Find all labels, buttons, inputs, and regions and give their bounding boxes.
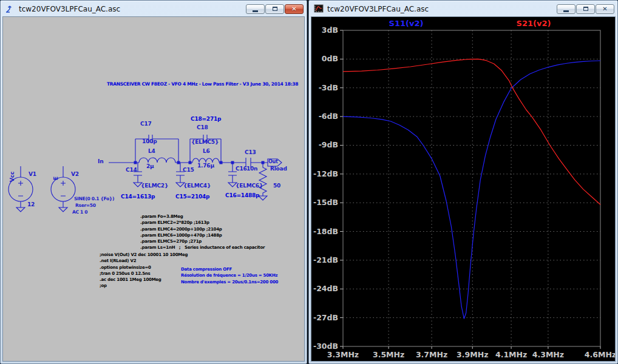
c16-value: {ELMC6}: [236, 183, 263, 189]
net-label-e: E: [53, 177, 59, 180]
directive-line: Résolution de fréquence = 1/20us = 50KHz: [181, 272, 278, 278]
y-tick-label: -18dB: [313, 227, 338, 236]
directive-line: .param ELMC4=2000p+100p ;2104p: [140, 226, 265, 232]
waveform-plot: 3dB0dB-3dB-6dB-9dB-12dB-15dB-18dB-21dB-2…: [311, 17, 616, 362]
y-tick-label: -3dB: [319, 83, 338, 92]
directive-line: .options plotwinsize=0: [100, 265, 188, 271]
minimize-button[interactable]: [246, 4, 265, 14]
close-icon: ✕: [291, 6, 296, 12]
close-button[interactable]: ✕: [285, 4, 304, 14]
c14-value: {ELMC2}: [141, 183, 168, 189]
c17-value: 100p: [142, 138, 157, 144]
l6-value: 1.76µ: [197, 163, 214, 169]
y-tick-label: 3dB: [322, 25, 338, 35]
net-label-in: In: [98, 158, 103, 164]
schematic-heading: TRANSCEIVER CW F8EOZ - VFO 4 MHz - Low P…: [107, 81, 298, 87]
c16-eff: C16=1488p: [225, 192, 259, 198]
trace-s11-v2-: [343, 61, 600, 318]
schematic-window-titlebar[interactable]: tcw20VFOV3LPFCau_AC.asc ✕: [2, 2, 305, 16]
l4-value: 2µ: [146, 163, 154, 169]
c13-value: 10n: [246, 166, 257, 172]
directive-line: .param ELMC2=2*820p ;1613p: [140, 220, 265, 226]
waveform-window-titlebar[interactable]: tcw20VFOV3LPFCau_AC.asc ✕: [311, 2, 616, 16]
restore-button[interactable]: [576, 4, 595, 14]
schematic-window-title: tcw20VFOV3LPFCau_AC.asc: [19, 5, 120, 13]
y-tick-label: -27dB: [313, 313, 338, 322]
c18-name: C18: [197, 124, 208, 130]
waveform-window-title: tcw20VFOV3LPFCau_AC.asc: [327, 5, 429, 13]
minimize-button[interactable]: [557, 4, 576, 14]
directive-line: ;tran 0 250us 0 12.5ns: [100, 271, 188, 277]
y-tick-label: -21dB: [313, 255, 338, 265]
rload-value: 50: [273, 183, 280, 189]
x-tick-label: 3.7MHz: [416, 350, 447, 359]
y-tick-label: -30dB: [313, 342, 338, 351]
schematic-window: tcw20VFOV3LPFCau_AC.asc ✕: [0, 0, 307, 364]
c15-eff: C15=2104p: [175, 194, 209, 200]
close-button[interactable]: ✕: [596, 4, 614, 14]
schematic-canvas[interactable]: TRANSCEIVER CW F8EOZ - VFO 4 MHz - Low P…: [2, 16, 305, 362]
schematic-drawing: [2, 16, 305, 362]
c18-value: {ELMC5}: [191, 139, 219, 145]
x-tick-label: 3.9MHz: [457, 350, 488, 359]
v2-spec-sine: SINE(0 0.1 {Fo}): [74, 196, 114, 201]
directive-line: ;op: [100, 283, 188, 289]
x-tick-label: 4.6MHz: [585, 350, 616, 359]
net-label-out: Out: [268, 159, 278, 164]
y-tick-label: 0dB: [322, 54, 338, 63]
x-tick-label: 4.1MHz: [495, 350, 527, 359]
c14-eff: C14=1613p: [121, 194, 155, 200]
directive-line: .ac dec 1001 1Meg 100Meg: [100, 277, 188, 283]
l6-name: L6: [203, 148, 210, 154]
y-tick-label: -15dB: [313, 198, 338, 207]
x-tick-label: 4.3MHz: [532, 350, 564, 359]
y-tick-label: -24dB: [313, 284, 338, 293]
spice-directives: ;noise V(Out) V2 dec 10001 10 100Meg.net…: [100, 252, 188, 289]
y-tick-label: -12dB: [313, 169, 338, 178]
restore-button[interactable]: [265, 4, 284, 14]
legend-label: S11(v2): [389, 19, 424, 28]
trace-s21-v2-: [343, 59, 600, 204]
minimize-icon: [253, 10, 258, 12]
legend-label: S21(v2): [517, 19, 551, 28]
directive-line: Data compression OFF: [181, 266, 278, 272]
directive-line: ;noise V(Out) V2 dec 10001 10 100Meg: [100, 252, 188, 258]
param-directives: .param Fo=3.8Meg.param ELMC2=2*820p ;161…: [140, 214, 265, 251]
schematic-app-icon: [5, 4, 15, 14]
c17-name: C17: [140, 121, 152, 127]
waveform-window: tcw20VFOV3LPFCau_AC.asc ✕ 3dB0dB-3dB-6dB…: [308, 0, 618, 364]
window-controls: ✕: [245, 4, 304, 14]
c14-name: C14: [126, 167, 137, 173]
directive-line: .param Ls=1nH ; Series inductance of eac…: [140, 244, 265, 251]
directive-line: .param ELMC5=270p ;271p: [140, 238, 265, 244]
comment-notes: Data compression OFFRésolution de fréque…: [181, 266, 278, 285]
v1-name: V1: [29, 171, 36, 177]
waveform-plot-canvas[interactable]: 3dB0dB-3dB-6dB-9dB-12dB-15dB-18dB-21dB-2…: [311, 16, 616, 362]
c18-eff: C18=271p: [191, 116, 221, 122]
directive-line: .net I(RLoad) V2: [100, 258, 188, 264]
resistor-rload[interactable]: [259, 163, 267, 200]
v1-value: 12: [27, 201, 35, 207]
directive-line: Nombre d'exemples = 20us/0.1ns=200 000: [181, 279, 278, 285]
y-tick-label: -6dB: [319, 112, 338, 121]
window-controls: ✕: [556, 4, 614, 14]
restore-icon: [583, 7, 588, 11]
rload-name: Rload: [270, 166, 287, 172]
inductor-l4[interactable]: [139, 158, 175, 163]
restore-icon: [273, 7, 277, 11]
directive-line: .param Fo=3.8Meg: [140, 214, 265, 220]
minimize-icon: [563, 10, 569, 12]
inductor-l6[interactable]: [192, 158, 219, 163]
c15-name: C15: [183, 167, 194, 173]
net-label-vcc: Vcc: [9, 172, 15, 182]
y-tick-label: -9dB: [319, 140, 338, 149]
v2-spec-ac: AC 1 0: [72, 209, 87, 215]
c16-name: C16: [236, 166, 247, 172]
c13-name: C13: [245, 149, 256, 155]
l4-name: L4: [148, 148, 155, 154]
waveform-app-icon: [313, 4, 324, 14]
x-tick-label: 3.5MHz: [373, 350, 404, 359]
directive-line: .param ELMC6=1000p+470p ;1488p: [140, 232, 265, 238]
v2-spec-rser: Rser=50: [75, 203, 96, 208]
v2-name: V2: [71, 171, 79, 177]
